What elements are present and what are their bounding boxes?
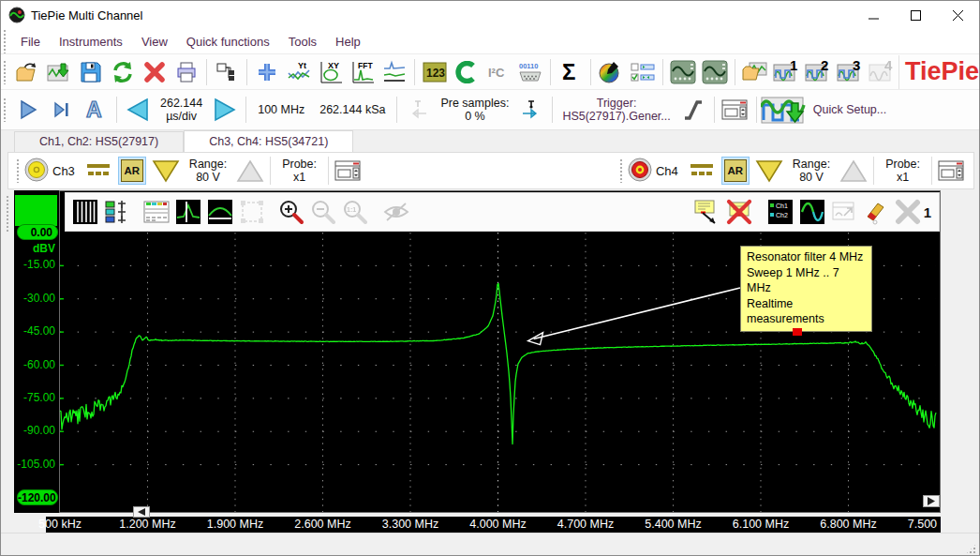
- value-table-button[interactable]: [141, 197, 172, 227]
- fft-graph-button[interactable]: FFT: [347, 57, 379, 87]
- graph-comment[interactable]: Resonator filter 4 MHz Sweep 1 MHz .. 7 …: [740, 246, 872, 332]
- range-down-button[interactable]: [150, 156, 182, 186]
- open-button[interactable]: [11, 57, 43, 87]
- window-title: TiePie Multi Channel: [31, 8, 142, 23]
- axes-button[interactable]: [101, 197, 133, 227]
- instrument-a-button[interactable]: [667, 57, 699, 87]
- presamples-label: Pre samples:: [440, 97, 509, 110]
- open-measurement-button[interactable]: [739, 57, 771, 87]
- probe-display: Probe:x1: [878, 158, 928, 185]
- add-comment-button[interactable]: [691, 197, 723, 227]
- print-button[interactable]: [171, 57, 202, 87]
- resize-grip[interactable]: [965, 543, 977, 555]
- measurement-4-button[interactable]: 4: [867, 57, 898, 87]
- vertical-cursor-button[interactable]: [172, 197, 204, 227]
- horizontal-cursor-button[interactable]: [204, 197, 236, 227]
- instrument-settings-button[interactable]: [719, 93, 752, 127]
- tab-1[interactable]: Ch1, Ch2: HS5(27917): [14, 131, 184, 152]
- range-down-button[interactable]: [753, 156, 785, 186]
- instrument-b-button[interactable]: [699, 57, 731, 87]
- graph-plot-area[interactable]: [59, 190, 941, 513]
- refresh-button[interactable]: [107, 57, 139, 87]
- xy-graph-button[interactable]: XY: [315, 57, 347, 87]
- marker-pen-button[interactable]: [860, 197, 892, 227]
- y-tick-label: -105.00: [16, 458, 55, 471]
- maximize-button[interactable]: [895, 2, 937, 29]
- presamples-increase-button[interactable]: [514, 93, 548, 127]
- channel-settings-button[interactable]: [333, 156, 364, 186]
- can-analyzer-button[interactable]: [451, 57, 483, 87]
- meter-button[interactable]: 123: [419, 57, 451, 87]
- yt-graph-button[interactable]: Yt: [283, 57, 315, 87]
- channel-settings-button[interactable]: [936, 156, 968, 186]
- graph-toolbar: 1:1 Ch1Ch2 1: [65, 192, 940, 232]
- y-axis[interactable]: 0.00dBV-15.00-30.00-45.00-60.00-75.00-90…: [14, 190, 59, 513]
- zoom-in-button[interactable]: [275, 197, 307, 227]
- autorange-button[interactable]: AR: [121, 159, 143, 182]
- export-graph-button[interactable]: [828, 197, 860, 227]
- source-list-button[interactable]: [627, 57, 659, 87]
- add-source-button[interactable]: [251, 57, 283, 87]
- range-value: 80 V: [196, 171, 220, 184]
- measurement-2-button[interactable]: 2: [803, 57, 835, 87]
- title-bar[interactable]: TiePie Multi Channel: [1, 1, 979, 29]
- menu-item-quick-functions[interactable]: Quick functions: [177, 31, 279, 53]
- clear-markers-button[interactable]: [892, 197, 924, 227]
- acquisition-toolbar: A 262.144 µs/div 100 MHz 262.144 kSa Pre…: [1, 90, 979, 130]
- delete-comment-button[interactable]: [723, 197, 755, 227]
- coupling-button[interactable]: [82, 156, 114, 186]
- close-button[interactable]: [937, 2, 979, 29]
- axis-pan-right-button[interactable]: [923, 495, 940, 507]
- trace-colors-button[interactable]: [796, 197, 828, 227]
- svg-text:Σ: Σ: [562, 60, 575, 84]
- menu-item-view[interactable]: View: [132, 31, 177, 53]
- save-button[interactable]: [75, 57, 107, 87]
- autorange-highlight: AR: [721, 157, 750, 185]
- menu-item-instruments[interactable]: Instruments: [50, 31, 132, 53]
- trigger-slope-icon[interactable]: [676, 93, 710, 127]
- region-select-button[interactable]: [236, 197, 268, 227]
- combined-graph-button[interactable]: [379, 57, 410, 87]
- zoom-reset-button[interactable]: 1:1: [339, 197, 371, 227]
- color-scheme-button[interactable]: [595, 57, 627, 87]
- coupling-button[interactable]: [686, 156, 718, 186]
- grid-button[interactable]: [69, 197, 101, 227]
- zoom-out-button[interactable]: [307, 197, 339, 227]
- quick-setup-label[interactable]: Quick Setup...: [809, 103, 891, 116]
- minimize-button[interactable]: [853, 2, 895, 29]
- delete-button[interactable]: [139, 57, 171, 87]
- x-axis[interactable]: 500 kHz1.200 MHz1.900 MHz2.600 MHz3.300 …: [46, 517, 972, 533]
- timebase-increase-button[interactable]: [208, 93, 242, 127]
- tab-2[interactable]: Ch3, Ch4: HS5(34721): [184, 130, 353, 152]
- menu-item-tools[interactable]: Tools: [279, 31, 326, 53]
- autosetup-button[interactable]: A: [79, 93, 112, 127]
- menu-item-file[interactable]: File: [11, 31, 50, 53]
- measurement-1-button[interactable]: 1: [771, 57, 803, 87]
- hide-trace-button[interactable]: [380, 197, 412, 227]
- x-tick-label: 500 kHz: [38, 518, 82, 531]
- sum-button[interactable]: Σ: [555, 57, 587, 87]
- import-measurement-button[interactable]: [43, 57, 75, 87]
- autorange-button[interactable]: AR: [724, 159, 747, 182]
- menu-item-help[interactable]: Help: [326, 31, 370, 53]
- object-tree-button[interactable]: [211, 57, 243, 87]
- graph-splitter[interactable]: [1, 189, 14, 533]
- channel-controls-row: Ch3ARRange:80 VProbe:x1Ch4ARRange:80 VPr…: [7, 152, 974, 189]
- presamples-decrease-button[interactable]: [401, 93, 435, 127]
- measurement-3-button[interactable]: 3: [835, 57, 867, 87]
- i2c-analyzer-button[interactable]: I²C: [483, 57, 514, 87]
- svg-text:FFT: FFT: [358, 61, 373, 70]
- start-button[interactable]: [11, 93, 45, 127]
- spectrum-plot[interactable]: [59, 190, 941, 513]
- trigger-display[interactable]: Trigger: HS5(27917).Gener...: [557, 97, 676, 124]
- comment-anchor-handle[interactable]: [793, 328, 802, 336]
- serial-analyzer-button[interactable]: 00110: [514, 57, 546, 87]
- quick-setup-icon[interactable]: [761, 93, 809, 127]
- trigger-label: Trigger:: [597, 97, 637, 110]
- range-up-button[interactable]: [234, 156, 266, 186]
- range-up-button[interactable]: [838, 156, 869, 186]
- legend-button[interactable]: Ch1Ch2: [765, 197, 796, 227]
- one-shot-button[interactable]: [45, 93, 79, 127]
- axis-pan-left-button[interactable]: [133, 506, 150, 518]
- timebase-decrease-button[interactable]: [121, 93, 155, 127]
